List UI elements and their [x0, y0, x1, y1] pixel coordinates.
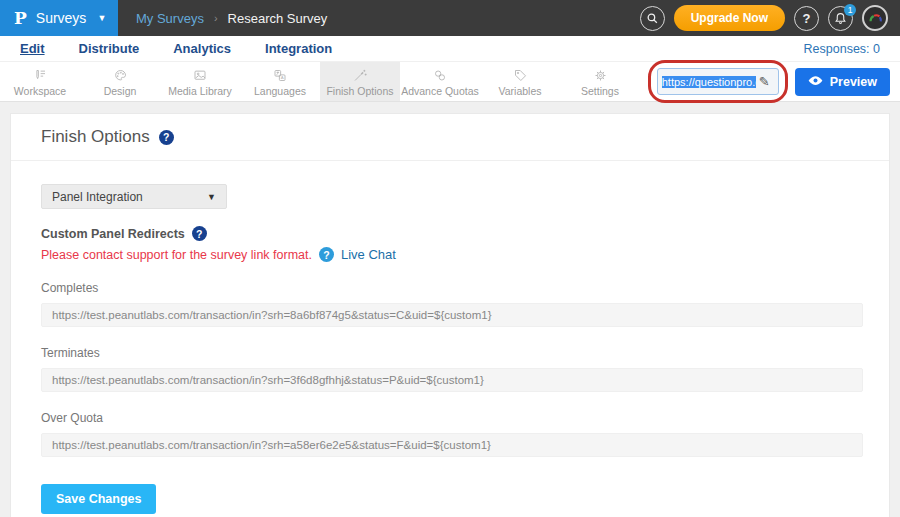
edit-pencil-icon[interactable]: ✎ — [759, 74, 770, 89]
tab-integration[interactable]: Integration — [265, 41, 332, 56]
panel-body: Panel Integration ▼ Custom Panel Redirec… — [11, 161, 889, 517]
tab-variables[interactable]: Variables — [480, 62, 560, 101]
breadcrumb-my-surveys[interactable]: My Surveys — [136, 11, 204, 26]
breadcrumb-current-survey: Research Survey — [228, 11, 328, 26]
notification-badge: 1 — [844, 4, 856, 16]
preview-button[interactable]: Preview — [795, 68, 890, 96]
chevron-down-icon: ▼ — [207, 192, 216, 202]
avatar[interactable] — [862, 5, 888, 31]
terminates-label: Terminates — [41, 346, 863, 360]
finish-options-panel: Finish Options ? Panel Integration ▼ Cus… — [10, 113, 890, 517]
breadcrumb-separator: › — [214, 12, 218, 24]
workspace-icon — [31, 67, 49, 84]
edit-toolbar: Workspace Design Media Library A Languag… — [0, 61, 900, 102]
gear-icon — [592, 67, 609, 84]
dropdown-selected-value: Panel Integration — [52, 190, 143, 204]
eye-icon — [808, 75, 823, 89]
gauge-logo-icon — [867, 10, 884, 27]
section-header: Custom Panel Redirects ? — [41, 226, 863, 241]
terminates-url-input[interactable] — [41, 368, 863, 392]
chain-links-icon — [431, 67, 449, 84]
survey-url-input[interactable]: https://questionpro.com/t/A ✎ — [657, 68, 779, 95]
search-icon — [646, 12, 659, 25]
product-name: Surveys — [36, 10, 87, 26]
panel-header: Finish Options ? — [11, 114, 889, 161]
tab-design[interactable]: Design — [80, 62, 160, 101]
support-notice: Please contact support for the survey li… — [41, 247, 863, 262]
chevron-down-icon: ▼ — [97, 13, 106, 23]
image-icon — [191, 67, 209, 84]
tab-advance-quotas[interactable]: Advance Quotas — [400, 62, 480, 101]
notice-text: Please contact support for the survey li… — [41, 248, 312, 262]
tab-finish-options[interactable]: Finish Options — [320, 62, 400, 101]
tag-icon — [512, 67, 529, 84]
tab-settings[interactable]: Settings — [560, 62, 640, 101]
chat-help-icon[interactable]: ? — [319, 247, 334, 262]
topbar-actions: Upgrade Now ? 1 — [640, 5, 900, 31]
help-button[interactable]: ? — [794, 6, 819, 31]
survey-subnav: Edit Distribute Analytics Integration Re… — [0, 36, 900, 61]
tab-workspace[interactable]: Workspace — [0, 62, 80, 101]
magic-wand-icon — [351, 67, 369, 84]
surveys-menu[interactable]: P Surveys ▼ — [0, 0, 118, 36]
svg-text:A: A — [281, 75, 284, 80]
save-changes-button[interactable]: Save Changes — [41, 484, 156, 514]
page-title: Finish Options — [41, 127, 150, 147]
tab-distribute[interactable]: Distribute — [79, 41, 140, 56]
survey-url-group: https://questionpro.com/t/A ✎ — [657, 68, 779, 95]
survey-url-selected-text: https://questionpro.com/t/A — [662, 76, 756, 88]
finish-option-type-dropdown[interactable]: Panel Integration ▼ — [41, 184, 227, 209]
over-quota-label: Over Quota — [41, 411, 863, 425]
over-quota-url-input[interactable] — [41, 433, 863, 457]
questionpro-logo-icon: P — [14, 8, 27, 28]
breadcrumb: My Surveys › Research Survey — [136, 11, 327, 26]
translate-icon: A — [271, 67, 289, 84]
search-button[interactable] — [640, 6, 665, 31]
completes-label: Completes — [41, 281, 863, 295]
section-help-icon[interactable]: ? — [192, 226, 207, 241]
top-header: P Surveys ▼ My Surveys › Research Survey… — [0, 0, 900, 36]
title-help-icon[interactable]: ? — [159, 130, 174, 145]
tab-media-library[interactable]: Media Library — [160, 62, 240, 101]
responses-count[interactable]: Responses: 0 — [804, 42, 880, 56]
section-title-text: Custom Panel Redirects — [41, 227, 185, 241]
palette-icon — [112, 67, 129, 84]
upgrade-now-button[interactable]: Upgrade Now — [674, 5, 785, 31]
question-mark-icon: ? — [803, 11, 811, 26]
tab-edit[interactable]: Edit — [20, 41, 45, 56]
completes-url-input[interactable] — [41, 303, 863, 327]
notifications-button[interactable]: 1 — [828, 6, 853, 31]
tab-analytics[interactable]: Analytics — [173, 41, 231, 56]
tab-languages[interactable]: A Languages — [240, 62, 320, 101]
live-chat-link[interactable]: Live Chat — [341, 247, 396, 262]
